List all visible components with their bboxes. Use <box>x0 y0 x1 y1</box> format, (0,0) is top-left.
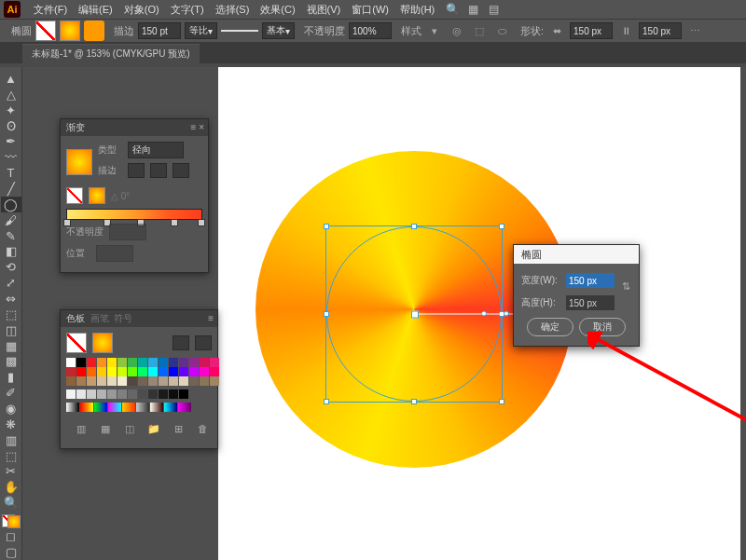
align-icon[interactable]: ◎ <box>448 21 466 40</box>
color-swatch[interactable] <box>107 358 117 367</box>
hand-tool[interactable]: ✋ <box>1 479 21 495</box>
fill-stroke-colors[interactable] <box>2 514 21 528</box>
gradient-swatch[interactable] <box>136 403 149 412</box>
color-swatch[interactable] <box>138 376 147 386</box>
search-icon[interactable]: 🔍 <box>444 1 461 18</box>
color-swatch[interactable] <box>87 376 96 386</box>
link-icon[interactable]: ⬌ <box>547 21 566 40</box>
gradient-swatch[interactable] <box>122 403 135 412</box>
color-swatch[interactable] <box>189 358 199 367</box>
color-swatch[interactable] <box>107 367 117 376</box>
panel-menu-icon[interactable]: ≡ <box>208 313 214 323</box>
menu-select[interactable]: 选择(S) <box>210 1 256 19</box>
gradient-type-drop[interactable]: 径向 <box>128 142 184 158</box>
swatch-lib-icon[interactable]: ▥ <box>72 419 90 438</box>
style-drop[interactable]: ▾ <box>425 21 444 40</box>
panel-menu-icon[interactable]: ≡ × <box>191 122 204 132</box>
blend-tool[interactable]: ◉ <box>1 401 21 417</box>
color-swatch[interactable] <box>189 367 199 376</box>
magic-wand-tool[interactable]: ✦ <box>1 102 21 118</box>
color-swatch[interactable] <box>210 376 219 386</box>
gradient-panel-header[interactable]: 渐变 ≡ × <box>61 119 208 136</box>
color-swatch[interactable] <box>148 367 158 376</box>
workspace-icon[interactable]: ▤ <box>485 1 502 18</box>
color-swatch[interactable] <box>87 367 96 376</box>
gradient-tool[interactable]: ▮ <box>1 369 21 385</box>
color-swatch[interactable] <box>66 367 76 376</box>
type-tool[interactable]: T <box>1 165 21 181</box>
color-swatch[interactable] <box>159 389 168 399</box>
handle-bl[interactable] <box>324 399 329 404</box>
swatches-panel-header[interactable]: 色板 画笔 符号 ≡ <box>61 310 217 327</box>
perspective-tool[interactable]: ▦ <box>1 338 21 354</box>
color-swatch[interactable] <box>117 358 127 367</box>
color-swatch[interactable] <box>169 367 178 376</box>
uniform-drop[interactable]: 等比 ▾ <box>185 22 217 39</box>
color-swatch[interactable] <box>128 376 137 386</box>
more-icon[interactable]: ⋯ <box>685 21 704 40</box>
gradient-swatch[interactable] <box>164 403 177 412</box>
color-swatch[interactable] <box>169 376 178 386</box>
color-swatch[interactable] <box>138 367 147 376</box>
tab-symbols[interactable]: 符号 <box>114 312 132 325</box>
color-swatch[interactable] <box>138 389 147 399</box>
new-swatch-icon[interactable]: ⊞ <box>169 419 187 438</box>
color-swatch[interactable] <box>97 376 106 386</box>
color-swatch[interactable] <box>189 376 199 386</box>
arrange-icon[interactable]: ▦ <box>464 1 481 18</box>
color-swatch[interactable] <box>179 376 188 386</box>
gradient-preview[interactable] <box>66 149 92 175</box>
handle-br[interactable] <box>499 399 504 404</box>
color-swatch[interactable] <box>200 358 209 367</box>
color-swatch[interactable] <box>76 358 86 367</box>
color-swatch[interactable] <box>148 389 158 399</box>
direct-selection-tool[interactable]: △ <box>1 87 21 102</box>
gradient-stop[interactable] <box>198 219 205 226</box>
color-swatch[interactable] <box>148 376 158 386</box>
color-swatch[interactable] <box>66 389 76 399</box>
tab-swatches[interactable]: 色板 <box>66 312 85 325</box>
cancel-button[interactable]: 取消 <box>579 318 626 336</box>
color-swatch[interactable] <box>128 367 137 376</box>
pen-tool[interactable]: ✒ <box>1 133 21 149</box>
transform-icon[interactable]: ⬚ <box>470 21 489 40</box>
menu-window[interactable]: 窗口(W) <box>346 1 394 19</box>
color-swatch[interactable] <box>87 358 96 367</box>
gradient-swatch[interactable] <box>178 403 191 412</box>
eyedropper-tool[interactable]: ✐ <box>1 385 21 401</box>
ok-button[interactable]: 确定 <box>527 318 573 336</box>
fill-none[interactable] <box>66 187 83 204</box>
handle-tr[interactable] <box>499 224 504 229</box>
paintbrush-tool[interactable]: 🖌 <box>1 212 21 228</box>
color-swatch[interactable] <box>117 367 127 376</box>
color-swatch[interactable] <box>169 358 178 367</box>
symbol-sprayer-tool[interactable]: ❋ <box>1 417 21 432</box>
selection-tool[interactable]: ▲ <box>1 71 21 87</box>
constrain-link-icon[interactable]: ⇅ <box>620 273 631 299</box>
color-swatch[interactable] <box>66 358 76 367</box>
gradient-stop[interactable] <box>63 219 71 226</box>
mesh-tool[interactable]: ▩ <box>1 353 21 369</box>
gradient-swatch[interactable] <box>108 403 121 412</box>
list-view-icon[interactable] <box>173 335 189 350</box>
color-swatch[interactable] <box>128 358 137 367</box>
color-swatch[interactable] <box>169 389 178 399</box>
thumb-view-icon[interactable] <box>195 335 212 350</box>
stroke-along-icon[interactable] <box>150 163 167 178</box>
column-graph-tool[interactable]: ▥ <box>1 432 21 448</box>
gradient-stop[interactable] <box>481 311 487 317</box>
stroke-grad[interactable] <box>89 187 105 204</box>
new-group-icon[interactable]: 📁 <box>145 419 163 438</box>
color-swatch[interactable] <box>76 389 86 399</box>
lasso-tool[interactable]: ʘ <box>1 118 21 134</box>
color-swatch[interactable] <box>87 389 96 399</box>
constrain-icon[interactable]: ⏸ <box>616 21 635 40</box>
shape-w-input[interactable] <box>570 22 613 39</box>
active-swatch[interactable] <box>92 333 113 353</box>
shape-icon[interactable]: ⬭ <box>492 21 511 40</box>
color-swatch[interactable] <box>97 358 106 367</box>
delete-swatch-icon[interactable]: 🗑 <box>193 419 212 438</box>
menu-edit[interactable]: 编辑(E) <box>73 1 118 19</box>
handle-tc[interactable] <box>411 224 417 229</box>
zoom-tool[interactable]: 🔍 <box>1 495 21 511</box>
